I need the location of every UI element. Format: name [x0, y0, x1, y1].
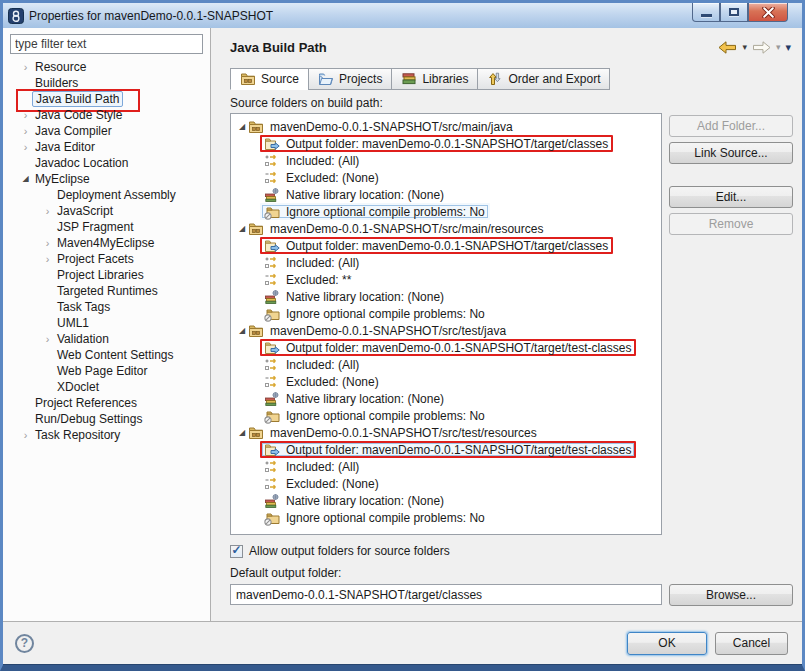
help-button[interactable]: ?: [15, 634, 34, 653]
sidebar-item-myeclipse[interactable]: ◢ MyEclipse: [3, 171, 210, 187]
back-icon[interactable]: [718, 41, 737, 54]
twisty-icon[interactable]: ›: [41, 332, 54, 346]
package-folder-icon: [248, 119, 264, 135]
source-folders-tree[interactable]: ◢ mavenDemo-0.0.1-SNAPSHOT/src/main/java: [230, 113, 662, 535]
twisty-icon[interactable]: ›: [19, 428, 32, 442]
expanded-twisty-icon[interactable]: ◢: [236, 122, 248, 131]
excluded-row[interactable]: Excluded: **: [231, 271, 661, 288]
sidebar-item-xdoclet[interactable]: XDoclet: [3, 379, 210, 395]
tree-row-label: Output folder: mavenDemo-0.0.1-SNAPSHOT/…: [286, 136, 608, 151]
sidebar-item-maven4myeclipse[interactable]: › Maven4MyEclipse: [3, 235, 210, 251]
source-folder-row[interactable]: ◢ mavenDemo-0.0.1-SNAPSHOT/src/test/java: [231, 322, 661, 339]
sidebar-item-javadoc-location[interactable]: Javadoc Location: [3, 155, 210, 171]
sidebar-item-java-compiler[interactable]: › Java Compiler: [3, 123, 210, 139]
sidebar-item-jsp-fragment[interactable]: JSP Fragment: [3, 219, 210, 235]
maximize-button[interactable]: [720, 3, 748, 22]
sidebar-item-task-repository[interactable]: › Task Repository: [3, 427, 210, 443]
twisty-icon[interactable]: ›: [41, 204, 54, 218]
ok-button[interactable]: OK: [627, 632, 707, 655]
default-output-input[interactable]: [230, 584, 662, 605]
source-folder-path: mavenDemo-0.0.1-SNAPSHOT/src/main/java: [270, 119, 513, 134]
sidebar-item-label: UML1: [54, 316, 92, 330]
native-row[interactable]: Native library location: (None): [231, 186, 661, 203]
source-folder-group: ◢ mavenDemo-0.0.1-SNAPSHOT/src/test/java: [231, 322, 661, 424]
sidebar-item-label: Run/Debug Settings: [32, 412, 145, 426]
close-button[interactable]: [748, 3, 788, 22]
cancel-button[interactable]: Cancel: [715, 632, 788, 655]
sidebar-item-label: Deployment Assembly: [54, 188, 179, 202]
included-row[interactable]: Included: (All): [231, 254, 661, 271]
sidebar-item-javascript[interactable]: › JavaScript: [3, 203, 210, 219]
twisty-icon[interactable]: ›: [19, 60, 32, 74]
sidebar-item-java-build-path[interactable]: Java Build Path: [3, 91, 210, 107]
ignore-row[interactable]: Ignore optional compile problems: No: [231, 407, 661, 424]
included-row[interactable]: Included: (All): [231, 152, 661, 169]
edit-button[interactable]: Edit...: [669, 186, 793, 208]
sidebar-item-project-references[interactable]: Project References: [3, 395, 210, 411]
tree-row-label: Included: (All): [286, 459, 359, 474]
tab-projects[interactable]: Projects: [308, 68, 391, 90]
tab-order-and-export[interactable]: Order and Export: [477, 68, 610, 90]
inclusion-filter-icon: [264, 153, 280, 169]
included-row[interactable]: Included: (All): [231, 458, 661, 475]
view-menu-icon[interactable]: ▾: [785, 41, 791, 54]
output-row[interactable]: Output folder: mavenDemo-0.0.1-SNAPSHOT/…: [231, 441, 661, 458]
sidebar-item-deployment-assembly[interactable]: Deployment Assembly: [3, 187, 210, 203]
minimize-button[interactable]: [692, 3, 720, 22]
sidebar-item-project-libraries[interactable]: Project Libraries: [3, 267, 210, 283]
sidebar-item-uml1[interactable]: UML1: [3, 315, 210, 331]
expanded-twisty-icon[interactable]: ◢: [236, 428, 248, 437]
source-folder-row[interactable]: ◢ mavenDemo-0.0.1-SNAPSHOT/src/test/reso…: [231, 424, 661, 441]
expanded-twisty-icon[interactable]: ◢: [236, 224, 248, 233]
allow-output-checkbox[interactable]: ✓: [230, 545, 243, 558]
tab-source[interactable]: Source: [230, 68, 308, 90]
sidebar-item-task-tags[interactable]: Task Tags: [3, 299, 210, 315]
tab-label: Projects: [339, 72, 382, 86]
sidebar-item-builders[interactable]: Builders: [3, 75, 210, 91]
sidebar-item-resource[interactable]: › Resource: [3, 59, 210, 75]
tree-actions: Add Folder...Link Source...Edit...Remove: [669, 115, 793, 240]
filter-input[interactable]: [10, 34, 203, 54]
sidebar-item-java-editor[interactable]: › Java Editor: [3, 139, 210, 155]
sidebar-item-java-code-style[interactable]: › Java Code Style: [3, 107, 210, 123]
output-row[interactable]: Output folder: mavenDemo-0.0.1-SNAPSHOT/…: [231, 135, 661, 152]
tab-libraries[interactable]: Libraries: [391, 68, 477, 90]
source-folder-row[interactable]: ◢ mavenDemo-0.0.1-SNAPSHOT/src/main/java: [231, 118, 661, 135]
ignore-row[interactable]: Ignore optional compile problems: No: [231, 203, 661, 220]
native-row[interactable]: Native library location: (None): [231, 390, 661, 407]
output-row[interactable]: Output folder: mavenDemo-0.0.1-SNAPSHOT/…: [231, 339, 661, 356]
expanded-twisty-icon[interactable]: ◢: [236, 326, 248, 335]
twisty-icon[interactable]: ›: [41, 236, 54, 250]
sidebar-item-targeted-runtimes[interactable]: Targeted Runtimes: [3, 283, 210, 299]
twisty-icon[interactable]: ›: [19, 108, 32, 122]
twisty-icon[interactable]: ›: [19, 140, 32, 154]
source-folder-row[interactable]: ◢ mavenDemo-0.0.1-SNAPSHOT/src/main/reso…: [231, 220, 661, 237]
native-row[interactable]: Native library location: (None): [231, 288, 661, 305]
sidebar-item-validation[interactable]: › Validation: [3, 331, 210, 347]
excluded-row[interactable]: Excluded: (None): [231, 475, 661, 492]
sidebar-item-web-content-settings[interactable]: Web Content Settings: [3, 347, 210, 363]
sidebar-item-web-page-editor[interactable]: Web Page Editor: [3, 363, 210, 379]
forward-menu-caret-icon[interactable]: ▾: [776, 42, 781, 52]
java-build-path-panel: Java Build Path ▾ ▾ ▾: [211, 28, 802, 621]
sidebar-item-project-facets[interactable]: › Project Facets: [3, 251, 210, 267]
excluded-row[interactable]: Excluded: (None): [231, 169, 661, 186]
back-menu-caret-icon[interactable]: ▾: [742, 42, 747, 52]
twisty-icon[interactable]: ›: [19, 124, 32, 138]
forward-icon[interactable]: [752, 41, 771, 54]
excluded-row[interactable]: Excluded: (None): [231, 373, 661, 390]
remove-button[interactable]: Remove: [669, 213, 793, 235]
native-row[interactable]: Native library location: (None): [231, 492, 661, 509]
ignore-row[interactable]: Ignore optional compile problems: No: [231, 509, 661, 526]
sidebar-item-run-debug-settings[interactable]: Run/Debug Settings: [3, 411, 210, 427]
twisty-icon[interactable]: ◢: [19, 172, 32, 186]
output-row[interactable]: Output folder: mavenDemo-0.0.1-SNAPSHOT/…: [231, 237, 661, 254]
ignore-row[interactable]: Ignore optional compile problems: No: [231, 305, 661, 322]
maximize-icon: [729, 8, 739, 16]
browse-button[interactable]: Browse...: [669, 584, 793, 606]
twisty-icon[interactable]: ›: [41, 252, 54, 266]
link-source-button[interactable]: Link Source...: [669, 142, 793, 164]
included-row[interactable]: Included: (All): [231, 356, 661, 373]
titlebar[interactable]: Properties for mavenDemo-0.0.1-SNAPSHOT: [3, 3, 802, 28]
add-folder-button[interactable]: Add Folder...: [669, 115, 793, 137]
